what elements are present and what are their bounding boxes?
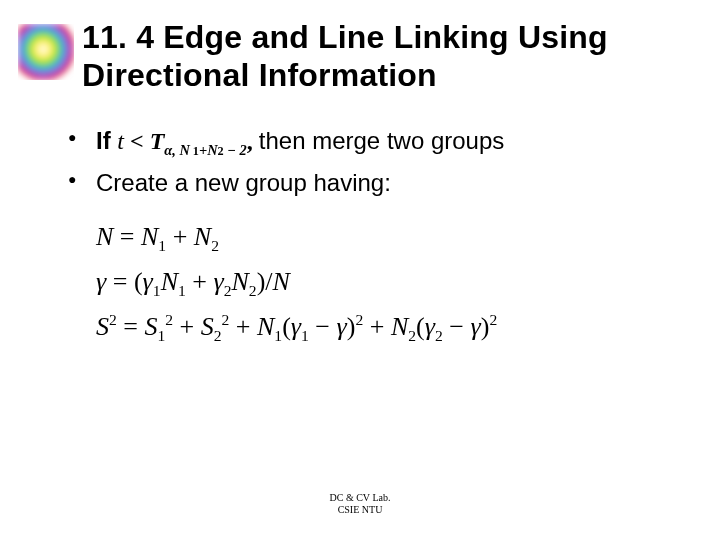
f1-N: N xyxy=(96,222,113,251)
f1-1: 1 xyxy=(158,237,166,254)
f2-Nend: N xyxy=(273,267,290,296)
f3-m2: − xyxy=(443,312,471,341)
f3-g1: γ xyxy=(291,312,301,341)
f3-N2: N xyxy=(391,312,408,341)
f3-2b: 2 xyxy=(165,311,173,328)
f1-eq: = xyxy=(113,222,141,251)
f3-ge: γ xyxy=(470,312,480,341)
footer-line-2: CSIE NTU xyxy=(0,504,720,516)
b1-suffix: then merge two groups xyxy=(259,127,504,154)
f3-N1: N xyxy=(257,312,274,341)
slide-title: 11. 4 Edge and Line Linking Using Direct… xyxy=(82,18,702,95)
footer: DC & CV Lab. CSIE NTU xyxy=(0,492,720,516)
bullet-2: Create a new group having: xyxy=(68,165,680,201)
f1-plus: + xyxy=(166,222,194,251)
f3-g: γ xyxy=(337,312,347,341)
f2-plus: + xyxy=(186,267,214,296)
f2-g2: γ xyxy=(213,267,223,296)
f3-g2: γ xyxy=(425,312,435,341)
svg-rect-0 xyxy=(18,24,74,80)
formula-1: N = N1 + N2 xyxy=(96,215,680,260)
f3-s1: 1 xyxy=(157,327,165,344)
b1-lt: < xyxy=(124,128,150,154)
f2-g1: γ xyxy=(143,267,153,296)
b1-plus: + xyxy=(199,142,207,158)
f2-n2: 2 xyxy=(249,282,257,299)
bullet-1: If t < Tα, N 1+N2 − 2, then merge two gr… xyxy=(68,123,680,161)
f3-S2: S xyxy=(201,312,214,341)
f1-N1: N xyxy=(141,222,158,251)
f3-p2: + xyxy=(229,312,257,341)
formula-3: S2 = S12 + S22 + N1(γ1 − γ)2 + N2(γ2 − γ… xyxy=(96,305,680,350)
f3-p3: + xyxy=(363,312,391,341)
f3-n1: 1 xyxy=(274,327,282,344)
f2-N2: N xyxy=(231,267,248,296)
f3-s2: 2 xyxy=(214,327,222,344)
f1-2: 2 xyxy=(211,237,219,254)
footer-line-1: DC & CV Lab. xyxy=(0,492,720,504)
f2-g: γ xyxy=(96,267,106,296)
b1-N1: N xyxy=(180,142,190,158)
slide: 11. 4 Edge and Line Linking Using Direct… xyxy=(0,0,720,540)
b1-m2: − 2 xyxy=(224,142,247,158)
f3-n2: 2 xyxy=(408,327,416,344)
formula-2: γ = (γ1N1 + γ2N2)/N xyxy=(96,260,680,305)
formula-block: N = N1 + N2 γ = (γ1N1 + γ2N2)/N S2 = S12… xyxy=(96,215,680,349)
f3-gs2: 2 xyxy=(435,327,443,344)
f3-o2: ( xyxy=(416,312,425,341)
f3-p1: + xyxy=(173,312,201,341)
f3-o1: ( xyxy=(282,312,291,341)
b1-N2: N xyxy=(207,142,217,158)
f2-s1: 1 xyxy=(153,282,161,299)
f2-close: )/ xyxy=(257,267,273,296)
b1-T: T xyxy=(150,128,165,154)
f3-S: S xyxy=(96,312,109,341)
f2-N1: N xyxy=(161,267,178,296)
f3-2a: 2 xyxy=(109,311,117,328)
f3-eq: = xyxy=(117,312,145,341)
f3-gs1: 1 xyxy=(301,327,309,344)
f2-n1: 1 xyxy=(178,282,186,299)
bullet-list: If t < Tα, N 1+N2 − 2, then merge two gr… xyxy=(68,123,680,201)
b1-comma: , xyxy=(172,142,179,158)
f3-m1: − xyxy=(309,312,337,341)
b1-t: t xyxy=(117,128,124,154)
f3-2e: 2 xyxy=(489,311,497,328)
f2-eq: = ( xyxy=(106,267,142,296)
slide-body: If t < Tα, N 1+N2 − 2, then merge two gr… xyxy=(0,95,720,349)
logo-icon xyxy=(18,24,74,80)
f1-N2: N xyxy=(194,222,211,251)
title-row: 11. 4 Edge and Line Linking Using Direct… xyxy=(0,0,720,95)
f3-S1: S xyxy=(144,312,157,341)
b1-prefix: If xyxy=(96,127,117,154)
